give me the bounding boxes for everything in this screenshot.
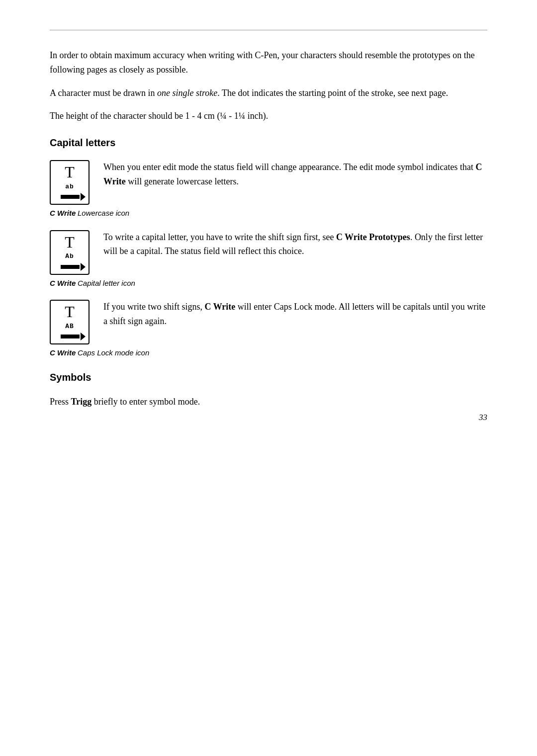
icon2-bottom-bar bbox=[54, 263, 86, 271]
icon2-bar-long bbox=[61, 265, 80, 269]
icon2-text-bold: C Write Prototypes bbox=[336, 232, 410, 242]
icon2-caption: C Write Capital letter icon bbox=[50, 278, 487, 289]
intro-p2-italic: one single stroke bbox=[157, 88, 217, 98]
symbols-section: Symbols Press Trigg briefly to enter sym… bbox=[50, 370, 487, 409]
icon3-caption: C Write Caps Lock mode icon bbox=[50, 347, 487, 359]
icon3-bar-arrow bbox=[81, 333, 86, 340]
icon1-mode-label: ab bbox=[65, 183, 74, 190]
icon3-bottom-bar bbox=[54, 333, 86, 340]
icon1-bar-long bbox=[61, 195, 80, 199]
icon1-bar-arrow bbox=[81, 193, 86, 201]
intro-p2-prefix: A character must be drawn in bbox=[50, 88, 157, 98]
icon3-bar-long bbox=[61, 335, 80, 338]
caption2-bold: C Write bbox=[50, 279, 76, 287]
page-number: 33 bbox=[479, 411, 487, 424]
icon2-mode-label: Ab bbox=[65, 253, 74, 259]
icon3-mode-label: AB bbox=[65, 323, 74, 330]
caption3-bold: C Write bbox=[50, 348, 76, 357]
caption1-bold: C Write bbox=[50, 209, 76, 217]
cwrite-lowercase-icon: T ab bbox=[50, 160, 90, 205]
symbols-text-suffix: briefly to enter symbol mode. bbox=[91, 397, 200, 407]
symbols-text-prefix: Press bbox=[50, 397, 71, 407]
icon-row-3: T AB If you write two shift signs, C Wri… bbox=[50, 300, 487, 344]
icon-row-2: T Ab To write a capital letter, you have… bbox=[50, 230, 487, 275]
intro-block: In order to obtain maximum accuracy when… bbox=[50, 48, 487, 123]
icon2-text: To write a capital letter, you have to w… bbox=[103, 230, 487, 259]
icon3-big-t: T bbox=[65, 304, 75, 320]
page: In order to obtain maximum accuracy when… bbox=[0, 0, 537, 448]
icon1-big-t: T bbox=[65, 164, 75, 180]
icon1-text-bold: C Write bbox=[103, 162, 482, 186]
intro-paragraph-1: In order to obtain maximum accuracy when… bbox=[50, 48, 487, 77]
capital-letters-heading: Capital letters bbox=[50, 135, 487, 150]
symbols-heading: Symbols bbox=[50, 370, 487, 385]
icon1-bottom-bar bbox=[54, 193, 86, 201]
caption1-italic: Lowercase icon bbox=[78, 209, 129, 217]
icon2-big-t: T bbox=[65, 234, 75, 250]
top-rule bbox=[50, 30, 487, 30]
icon1-text: When you enter edit mode the status fiel… bbox=[103, 160, 487, 189]
intro-paragraph-2: A character must be drawn in one single … bbox=[50, 86, 487, 100]
icon3-text: If you write two shift signs, C Write wi… bbox=[103, 300, 487, 329]
symbols-text-bold: Trigg bbox=[71, 397, 92, 407]
capital-letters-section: Capital letters T ab When you enter edit… bbox=[50, 135, 487, 359]
cwrite-capital-icon: T Ab bbox=[50, 230, 90, 275]
icon-row-1: T ab When you enter edit mode the status… bbox=[50, 160, 487, 205]
intro-p2-suffix: . The dot indicates the starting point o… bbox=[217, 88, 448, 98]
symbols-text: Press Trigg briefly to enter symbol mode… bbox=[50, 395, 487, 409]
icon1-caption: C Write Lowercase icon bbox=[50, 208, 487, 219]
cwrite-capslock-icon: T AB bbox=[50, 300, 90, 344]
intro-paragraph-3: The height of the character should be 1 … bbox=[50, 109, 487, 123]
icon2-bar-arrow bbox=[81, 263, 86, 271]
caption3-italic: Caps Lock mode icon bbox=[78, 348, 149, 357]
icon3-text-bold: C Write bbox=[204, 302, 235, 312]
caption2-italic: Capital letter icon bbox=[78, 279, 135, 287]
